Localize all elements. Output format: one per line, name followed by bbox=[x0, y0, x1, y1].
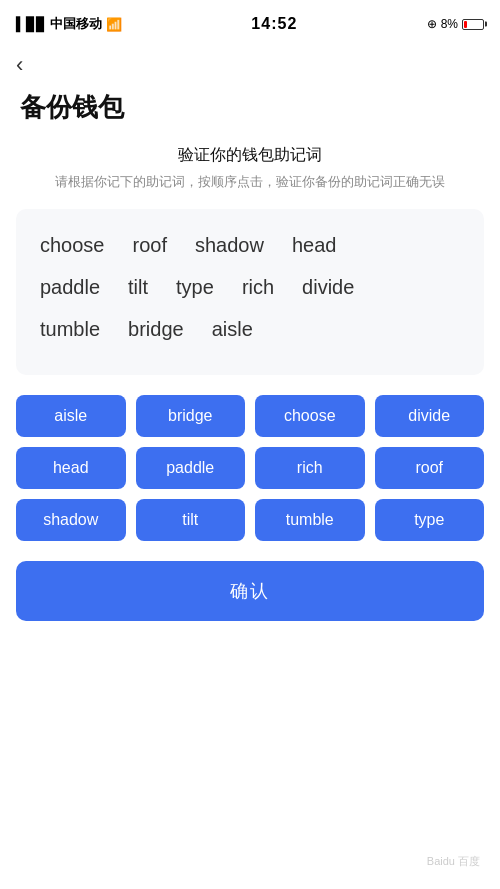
status-time: 14:52 bbox=[251, 15, 297, 33]
chip-bridge[interactable]: bridge bbox=[136, 395, 246, 437]
word-display-row-3: tumble bridge aisle bbox=[40, 313, 460, 345]
display-word-roof: roof bbox=[133, 229, 167, 261]
wifi-icon: 📶 bbox=[106, 17, 122, 32]
confirm-button[interactable]: 确认 bbox=[16, 561, 484, 621]
watermark: Baidu 百度 bbox=[427, 854, 480, 869]
display-word-rich: rich bbox=[242, 271, 274, 303]
chip-choose[interactable]: choose bbox=[255, 395, 365, 437]
chip-tumble[interactable]: tumble bbox=[255, 499, 365, 541]
status-right: ⊕ 8% bbox=[427, 17, 484, 31]
display-word-bridge: bridge bbox=[128, 313, 184, 345]
display-word-shadow: shadow bbox=[195, 229, 264, 261]
chip-head[interactable]: head bbox=[16, 447, 126, 489]
network-icon: ⊕ bbox=[427, 17, 437, 31]
back-button[interactable]: ‹ bbox=[0, 44, 39, 82]
chip-roof[interactable]: roof bbox=[375, 447, 485, 489]
display-word-aisle: aisle bbox=[212, 313, 253, 345]
word-display-row-1: choose roof shadow head bbox=[40, 229, 460, 261]
chip-divide[interactable]: divide bbox=[375, 395, 485, 437]
verify-desc: 请根据你记下的助记词，按顺序点击，验证你备份的助记词正确无误 bbox=[0, 172, 500, 193]
battery-percent: 8% bbox=[441, 17, 458, 31]
display-word-head: head bbox=[292, 229, 337, 261]
chip-tilt[interactable]: tilt bbox=[136, 499, 246, 541]
page-title: 备份钱包 bbox=[0, 82, 500, 145]
status-bar: ▍▊▊ 中国移动 📶 14:52 ⊕ 8% bbox=[0, 0, 500, 44]
status-carrier: ▍▊▊ 中国移动 📶 bbox=[16, 15, 122, 33]
display-word-paddle: paddle bbox=[40, 271, 100, 303]
chip-type[interactable]: type bbox=[375, 499, 485, 541]
battery-icon bbox=[462, 19, 484, 30]
display-word-tilt: tilt bbox=[128, 271, 148, 303]
display-word-choose: choose bbox=[40, 229, 105, 261]
verify-heading: 验证你的钱包助记词 bbox=[0, 145, 500, 166]
word-display-area: choose roof shadow head paddle tilt type… bbox=[16, 209, 484, 375]
word-display-row-2: paddle tilt type rich divide bbox=[40, 271, 460, 303]
display-word-type: type bbox=[176, 271, 214, 303]
carrier-label: 中国移动 bbox=[50, 15, 102, 33]
display-word-tumble: tumble bbox=[40, 313, 100, 345]
chip-rich[interactable]: rich bbox=[255, 447, 365, 489]
chip-aisle[interactable]: aisle bbox=[16, 395, 126, 437]
display-word-divide: divide bbox=[302, 271, 354, 303]
word-chips-grid: aislebridgechoosedivideheadpaddlerichroo… bbox=[16, 395, 484, 541]
chip-shadow[interactable]: shadow bbox=[16, 499, 126, 541]
chip-paddle[interactable]: paddle bbox=[136, 447, 246, 489]
signal-icon: ▍▊▊ bbox=[16, 17, 46, 32]
